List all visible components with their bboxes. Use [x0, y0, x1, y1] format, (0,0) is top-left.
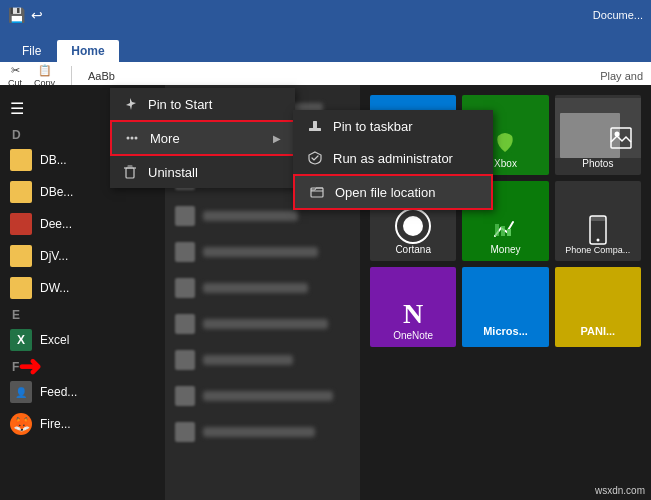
- blur-text: [203, 391, 333, 401]
- blur-row: [165, 234, 375, 270]
- more-left: More: [124, 130, 180, 146]
- svg-rect-10: [126, 168, 134, 178]
- blur-icon: [175, 206, 195, 226]
- app-name: Fire...: [40, 417, 71, 431]
- person-icon: 👤: [10, 381, 32, 403]
- onenote-logo: N: [403, 298, 423, 330]
- list-item[interactable]: DjV...: [0, 240, 165, 272]
- svg-point-8: [131, 137, 134, 140]
- app-name: Feed...: [40, 385, 77, 399]
- blur-text: [203, 319, 328, 329]
- tile-label: OneNote: [393, 330, 433, 341]
- ribbon-top: 💾 ↩ Docume...: [0, 0, 651, 30]
- blur-icon: [175, 242, 195, 262]
- svg-point-7: [127, 137, 130, 140]
- blur-row: [165, 306, 375, 342]
- taskbar-pin-icon: [307, 118, 323, 134]
- pin-to-taskbar-item[interactable]: Pin to taskbar: [293, 110, 493, 142]
- context-menu: Pin to Start More ▶ Uninstall: [110, 88, 295, 188]
- photos-icon: [609, 126, 633, 150]
- pin-to-taskbar-label: Pin to taskbar: [333, 119, 413, 134]
- play-label: Play and: [600, 70, 643, 82]
- ms-label: Micros...: [479, 321, 532, 341]
- tab-home[interactable]: Home: [57, 40, 118, 62]
- ribbon: 💾 ↩ Docume... File Home ✂Cut 📋Copy AaBb …: [0, 0, 651, 90]
- blur-text: [203, 211, 298, 221]
- save-icon[interactable]: 💾: [8, 7, 25, 23]
- firefox-icon: 🦊: [10, 413, 32, 435]
- app-name: DBe...: [40, 185, 73, 199]
- photos-preview: [555, 98, 641, 158]
- ribbon-title: Docume...: [593, 9, 643, 21]
- tab-file[interactable]: File: [8, 40, 55, 62]
- chevron-right-icon: ▶: [273, 133, 281, 144]
- tile-onenote[interactable]: N OneNote: [370, 267, 456, 347]
- annotation-arrow: ➜: [18, 350, 41, 383]
- watermark: wsxdn.com: [595, 485, 645, 496]
- tile-pan[interactable]: PANI...: [555, 267, 641, 347]
- excel-icon: X: [10, 329, 32, 351]
- phone-icon: [586, 215, 610, 245]
- folder-icon: [10, 277, 32, 299]
- svg-point-9: [135, 137, 138, 140]
- tile-label: Cortana: [395, 244, 431, 255]
- svg-rect-6: [590, 216, 606, 221]
- blur-icon: [175, 314, 195, 334]
- blur-text: [203, 247, 318, 257]
- more-item[interactable]: More ▶: [110, 120, 295, 156]
- tile-photos[interactable]: Photos: [555, 95, 641, 175]
- folder-icon: [10, 181, 32, 203]
- undo-icon[interactable]: ↩: [31, 7, 43, 23]
- blur-row: [165, 378, 375, 414]
- pin-to-start-item[interactable]: Pin to Start: [110, 88, 295, 120]
- list-item[interactable]: DW...: [0, 272, 165, 304]
- pin-icon: [122, 96, 138, 112]
- section-e: E: [0, 304, 165, 324]
- blur-row: [165, 414, 375, 450]
- blur-icon: [175, 350, 195, 370]
- xbox-icon: [489, 126, 521, 158]
- tile-label: Money: [490, 244, 520, 255]
- app-name: DW...: [40, 281, 69, 295]
- pin-to-start-label: Pin to Start: [148, 97, 212, 112]
- tile-label: Xbox: [494, 158, 517, 169]
- more-label: More: [150, 131, 180, 146]
- run-as-admin-label: Run as administrator: [333, 151, 453, 166]
- tile-phone[interactable]: Phone Compa...: [555, 181, 641, 261]
- app-name: DB...: [40, 153, 67, 167]
- submenu: Pin to taskbar Run as administrator Open…: [293, 110, 493, 210]
- blur-icon: [175, 278, 195, 298]
- folder-icon: [10, 149, 32, 171]
- app-icon: [10, 213, 32, 235]
- cortana-circle: [395, 208, 431, 244]
- trash-icon: [122, 164, 138, 180]
- open-file-location-item[interactable]: Open file location: [293, 174, 493, 210]
- open-file-location-label: Open file location: [335, 185, 435, 200]
- tile-label: Phone Compa...: [565, 245, 630, 255]
- svg-rect-14: [313, 121, 317, 128]
- divider: [71, 66, 72, 86]
- blur-row: [165, 342, 375, 378]
- run-as-admin-item[interactable]: Run as administrator: [293, 142, 493, 174]
- svg-point-5: [596, 239, 599, 242]
- blur-text: [203, 355, 293, 365]
- money-icon: [491, 216, 519, 244]
- tile-ms[interactable]: Micros...: [462, 267, 548, 347]
- file-location-icon: [309, 184, 325, 200]
- blur-row: [165, 270, 375, 306]
- svg-rect-13: [309, 128, 321, 131]
- app-name: Excel: [40, 333, 69, 347]
- more-icon: [124, 130, 140, 146]
- blur-icon: [175, 386, 195, 406]
- shield-icon: [307, 150, 323, 166]
- ribbon-tabs: File Home: [0, 30, 651, 62]
- blur-icon: [175, 422, 195, 442]
- blur-text: [203, 427, 315, 437]
- app-name: Dee...: [40, 217, 72, 231]
- uninstall-item[interactable]: Uninstall: [110, 156, 295, 188]
- font-controls[interactable]: AaBb: [88, 70, 115, 82]
- list-item[interactable]: Dee...: [0, 208, 165, 240]
- firefox-app-item[interactable]: 🦊 Fire...: [0, 408, 165, 440]
- pan-label: PANI...: [577, 321, 620, 341]
- uninstall-label: Uninstall: [148, 165, 198, 180]
